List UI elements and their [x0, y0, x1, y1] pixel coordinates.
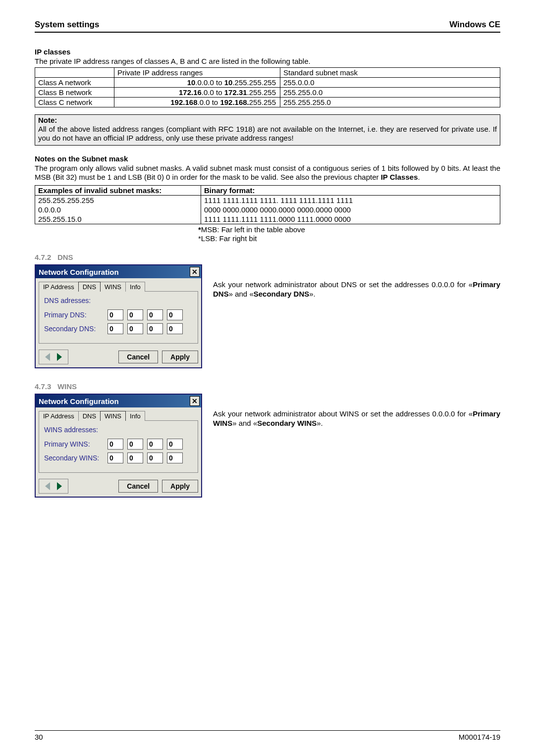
ipclasses-heading: IP classes [35, 48, 500, 56]
note-body: All of the above listed address ranges (… [38, 125, 497, 142]
ip-octet-input[interactable]: 0 [127, 439, 143, 450]
table-row: Class B network 172.16.0.0 to 172.31.255… [35, 87, 500, 97]
subnet-table: Examples of invalid subnet masks: Binary… [35, 185, 500, 224]
table-row: Private IP address ranges Standard subne… [35, 67, 500, 77]
row-mask: 255.255.0.0 [280, 87, 500, 97]
table-row: Examples of invalid subnet masks: Binary… [35, 186, 500, 196]
tab-body: DNS adresses: Primary DNS: 0 0 0 0 Secon… [39, 291, 198, 344]
primary-wins-label: Primary WINS: [44, 440, 105, 448]
ip-octet-input[interactable]: 0 [167, 309, 183, 320]
ip-octet-input[interactable]: 0 [147, 453, 163, 463]
secondary-wins-label: Secondary WINS: [44, 454, 107, 462]
apply-button[interactable]: Apply [162, 480, 198, 493]
page-footer: 30 M000174-19 [35, 730, 500, 741]
dialog-footer: Cancel Apply [36, 476, 201, 497]
apply-button[interactable]: Apply [162, 351, 198, 363]
tabs: IP Address DNS WINS Info [36, 278, 201, 291]
row-range: 10.0.0.0 to 10.255.255.255 [114, 77, 280, 87]
group-label: DNS adresses: [44, 297, 193, 304]
subnet-heading: Notes on the Subnet mask [35, 154, 500, 163]
cancel-button[interactable]: Cancel [118, 351, 158, 363]
cancel-button[interactable]: Cancel [118, 480, 158, 493]
arrow-right-icon [57, 482, 62, 490]
ip-octet-input[interactable]: 0 [147, 439, 163, 450]
col-mask: Standard subnet mask [280, 67, 500, 77]
tab-dns[interactable]: DNS [78, 411, 101, 421]
note-title: Note: [38, 116, 497, 125]
dialog-footer: Cancel Apply [36, 347, 201, 367]
col-binary: Binary format: [204, 186, 255, 195]
dialog-titlebar: Network Configuration ✕ [36, 395, 201, 407]
group-label: WINS addresses: [44, 426, 193, 434]
tab-ipaddress[interactable]: IP Address [39, 282, 79, 292]
tab-wins[interactable]: WINS [100, 411, 126, 421]
row-mask: 255.255.15.0 [35, 214, 201, 224]
close-icon[interactable]: ✕ [190, 267, 200, 277]
col-private: Private IP address ranges [114, 67, 280, 77]
doc-id: M000174-19 [459, 733, 500, 741]
row-bin: 0000 0000.0000 0000.0000 0000.0000 0000 [201, 205, 500, 214]
sec-wins-heading: 4.7.3 WINS [35, 382, 500, 391]
row-mask: 0.0.0.0 [35, 205, 201, 214]
row-bin: 1111 1111.1111 1111.0000 1111.0000 0000 [201, 214, 500, 224]
header-right: Windows CE [449, 20, 500, 30]
dialog-titlebar: Network Configuration ✕ [36, 265, 201, 278]
page-header: System settings Windows CE [35, 20, 500, 33]
dialog-title: Network Configuration [39, 397, 119, 405]
secondary-dns-row: Secondary DNS: 0 0 0 0 [44, 323, 193, 334]
ipclasses-intro: The private IP address ranges of classes… [35, 57, 500, 66]
row-range: 192.168.0.0 to 192.168.255.255 [114, 97, 280, 107]
table-row: 255.255.15.0 1111 1111.1111 1111.0000 11… [35, 214, 500, 224]
note-box: Note: All of the above listed address ra… [35, 114, 500, 146]
ip-octet-input[interactable]: 0 [147, 309, 163, 320]
wins-dialog: Network Configuration ✕ IP Address DNS W… [35, 394, 202, 498]
ip-octet-input[interactable]: 0 [127, 309, 143, 320]
table-row: Class A network 10.0.0.0 to 10.255.255.2… [35, 77, 500, 87]
sec-dns-heading: 4.7.2 DNS [35, 253, 500, 261]
ip-octet-input[interactable]: 0 [107, 323, 123, 334]
tab-body: WINS addresses: Primary WINS: 0 0 0 0 Se… [39, 420, 198, 473]
tab-wins[interactable]: WINS [100, 282, 126, 292]
header-left: System settings [35, 20, 99, 30]
ip-octet-input[interactable]: 0 [107, 309, 123, 320]
wins-side-text: Ask your network administrator about WIN… [213, 394, 500, 428]
ip-octet-input[interactable]: 0 [107, 453, 123, 463]
dialog-title: Network Configuration [39, 268, 119, 276]
primary-dns-label: Primary DNS: [44, 311, 105, 319]
primary-dns-row: Primary DNS: 0 0 0 0 [44, 309, 193, 320]
secondary-wins-row: Secondary WINS: 0 0 0 0 [44, 453, 193, 463]
ip-octet-input[interactable]: 0 [167, 439, 183, 450]
secondary-dns-label: Secondary DNS: [44, 325, 105, 333]
ip-octet-input[interactable]: 0 [127, 323, 143, 334]
primary-wins-row: Primary WINS: 0 0 0 0 [44, 439, 193, 450]
row-label: Class C network [35, 97, 114, 107]
table-row: Class C network 192.168.0.0 to 192.168.2… [35, 97, 500, 107]
tab-dns[interactable]: DNS [78, 282, 101, 292]
dns-side-text: Ask your network administrator about DNS… [213, 264, 500, 299]
ip-octet-input[interactable]: 0 [167, 453, 183, 463]
row-label: Class A network [35, 77, 114, 87]
arrow-right-icon [57, 353, 62, 361]
row-bin: 1111 1111.1111 1111. 1111 1111.1111 1111 [201, 196, 500, 205]
row-mask: 255.255.255.0 [280, 97, 500, 107]
subnet-body: The program only allows valid subnet mas… [35, 164, 500, 183]
close-icon[interactable]: ✕ [190, 396, 200, 406]
tab-ipaddress[interactable]: IP Address [39, 411, 79, 421]
tab-info[interactable]: Info [125, 282, 145, 292]
tab-info[interactable]: Info [125, 411, 145, 421]
nav-arrows[interactable] [39, 350, 68, 364]
page-number: 30 [35, 733, 43, 741]
ip-octet-input[interactable]: 0 [167, 323, 183, 334]
arrow-left-icon [45, 482, 50, 490]
row-label: Class B network [35, 87, 114, 97]
col-examples: Examples of invalid subnet masks: [38, 186, 161, 195]
nav-arrows[interactable] [39, 479, 68, 494]
tabs: IP Address DNS WINS Info [36, 407, 201, 420]
arrow-left-icon [45, 353, 50, 361]
ip-octet-input[interactable]: 0 [147, 323, 163, 334]
subnet-footnotes: *MSB: Far left in the table above *LSB: … [35, 225, 500, 243]
ip-octet-input[interactable]: 0 [127, 453, 143, 463]
ipclasses-table: Private IP address ranges Standard subne… [35, 67, 500, 107]
ip-octet-input[interactable]: 0 [107, 439, 123, 450]
row-range: 172.16.0.0 to 172.31.255.255 [114, 87, 280, 97]
